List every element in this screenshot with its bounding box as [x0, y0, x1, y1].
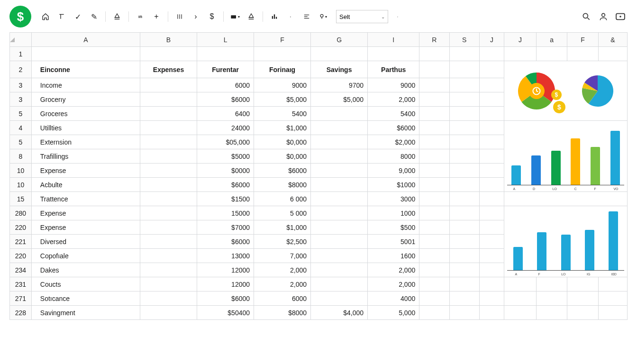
- col-header[interactable]: B: [140, 33, 197, 47]
- cell[interactable]: [419, 121, 449, 135]
- cell[interactable]: 5 000: [254, 206, 311, 220]
- cell[interactable]: [479, 61, 504, 78]
- cell[interactable]: [140, 235, 197, 249]
- cell[interactable]: Utillties: [31, 121, 140, 135]
- inbox-icon[interactable]: [613, 9, 628, 24]
- cell[interactable]: $1500: [197, 192, 254, 206]
- cell[interactable]: [311, 149, 368, 164]
- col-header[interactable]: S: [449, 33, 479, 47]
- cell[interactable]: [419, 107, 449, 121]
- cell[interactable]: [449, 235, 479, 249]
- cell[interactable]: [479, 92, 504, 107]
- cell[interactable]: Parthus: [368, 61, 419, 78]
- palette-icon[interactable]: ▾: [228, 10, 242, 23]
- cell[interactable]: $6000: [368, 121, 419, 135]
- cell[interactable]: $1,000: [254, 220, 311, 235]
- cell[interactable]: [140, 220, 197, 235]
- cell[interactable]: [504, 306, 537, 320]
- cell[interactable]: $5,000: [254, 92, 311, 107]
- cell[interactable]: [140, 291, 197, 306]
- cell[interactable]: Trattence: [31, 192, 140, 206]
- cell[interactable]: [449, 92, 479, 107]
- cell[interactable]: [479, 277, 504, 291]
- cell[interactable]: [479, 235, 504, 249]
- columns-icon[interactable]: [173, 10, 186, 23]
- cell[interactable]: [311, 220, 368, 235]
- cell[interactable]: 9000: [368, 78, 419, 92]
- cell[interactable]: Savings: [311, 61, 368, 78]
- row-header[interactable]: 271: [10, 291, 32, 306]
- format-icon[interactable]: [55, 10, 68, 23]
- row-header[interactable]: 5: [10, 107, 32, 121]
- cell[interactable]: [419, 192, 449, 206]
- cell[interactable]: 5001: [368, 235, 419, 249]
- col-header[interactable]: &: [598, 33, 627, 47]
- cell[interactable]: $2,000: [368, 135, 419, 149]
- cell[interactable]: [140, 263, 197, 277]
- cell[interactable]: [567, 47, 598, 61]
- cell[interactable]: Dakes: [31, 263, 140, 277]
- cell[interactable]: [311, 178, 368, 192]
- cell[interactable]: 9,000: [368, 164, 419, 178]
- cell[interactable]: [449, 164, 479, 178]
- cell[interactable]: [479, 78, 504, 92]
- cell[interactable]: Diversed: [31, 235, 140, 249]
- cell[interactable]: [449, 135, 479, 149]
- row-header[interactable]: 4: [10, 121, 32, 135]
- cell[interactable]: [140, 178, 197, 192]
- cell[interactable]: [567, 291, 598, 306]
- cell[interactable]: $6000: [254, 164, 311, 178]
- cell[interactable]: 15000: [197, 206, 254, 220]
- cell[interactable]: [419, 263, 449, 277]
- cell[interactable]: [504, 47, 537, 61]
- cell[interactable]: $6000: [197, 235, 254, 249]
- cell[interactable]: $0000: [197, 164, 254, 178]
- cell[interactable]: 2,000: [254, 263, 311, 277]
- cell[interactable]: 2,000: [254, 277, 311, 291]
- cell[interactable]: Acbulte: [31, 178, 140, 192]
- cell[interactable]: [311, 263, 368, 277]
- chart-icon[interactable]: [268, 10, 281, 23]
- cell[interactable]: 5,000: [368, 306, 419, 320]
- cell[interactable]: [479, 135, 504, 149]
- row-header[interactable]: 2: [10, 61, 32, 78]
- cell[interactable]: [419, 149, 449, 164]
- cell[interactable]: 6000: [197, 78, 254, 92]
- cell[interactable]: [479, 192, 504, 206]
- cell[interactable]: [419, 235, 449, 249]
- row-header[interactable]: 280: [10, 206, 32, 220]
- cell[interactable]: [419, 249, 449, 263]
- cell[interactable]: [311, 164, 368, 178]
- cell[interactable]: [140, 192, 197, 206]
- cell[interactable]: 8000: [368, 149, 419, 164]
- cell[interactable]: [479, 178, 504, 192]
- cell[interactable]: [449, 61, 479, 78]
- row-header[interactable]: 221: [10, 235, 32, 249]
- user-icon[interactable]: [596, 9, 610, 24]
- row-header[interactable]: 3: [10, 92, 32, 107]
- cell[interactable]: $500: [368, 220, 419, 235]
- cell[interactable]: [536, 291, 567, 306]
- cell[interactable]: [449, 107, 479, 121]
- cell[interactable]: [598, 291, 627, 306]
- cell[interactable]: [449, 220, 479, 235]
- cell[interactable]: [140, 135, 197, 149]
- cell[interactable]: [536, 306, 567, 320]
- col-header[interactable]: L: [197, 33, 254, 47]
- cell[interactable]: $1,000: [254, 121, 311, 135]
- more-icon[interactable]: ·: [391, 10, 404, 23]
- textcolor-icon[interactable]: [245, 10, 258, 23]
- cell[interactable]: [419, 92, 449, 107]
- cell[interactable]: [140, 149, 197, 164]
- cell[interactable]: 5400: [368, 107, 419, 121]
- plus-icon[interactable]: +: [150, 10, 163, 23]
- cell[interactable]: [311, 277, 368, 291]
- cell[interactable]: [449, 206, 479, 220]
- cell[interactable]: [567, 277, 598, 291]
- cell[interactable]: $7000: [197, 220, 254, 235]
- cell[interactable]: 6000: [254, 291, 311, 306]
- check-icon[interactable]: ✓: [71, 10, 84, 23]
- cell[interactable]: [140, 107, 197, 121]
- dollar-icon[interactable]: $: [205, 10, 218, 23]
- cell[interactable]: [140, 78, 197, 92]
